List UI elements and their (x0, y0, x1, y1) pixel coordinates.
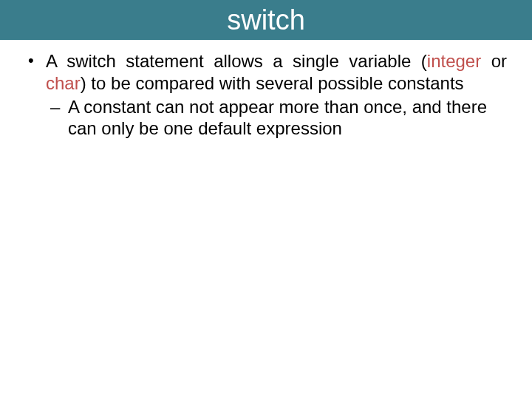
bullet-highlight-char: char (46, 73, 81, 93)
bullet-highlight-integer: integer (427, 51, 481, 71)
bullet-text-pre: A switch statement allows a single varia… (46, 51, 427, 71)
bullet-list: A switch statement allows a single varia… (25, 50, 507, 140)
bullet-text-post: ) to be compared with several possible c… (81, 73, 464, 93)
slide: switch A switch statement allows a singl… (0, 0, 532, 399)
bullet-text-mid: or (481, 51, 507, 71)
sub-bullet-item: A constant can not appear more than once… (46, 96, 507, 140)
title-bar: switch (0, 0, 532, 40)
sub-bullet-list: A constant can not appear more than once… (46, 96, 507, 140)
content-area: A switch statement allows a single varia… (0, 40, 532, 140)
bullet-item: A switch statement allows a single varia… (25, 50, 507, 140)
slide-title: switch (227, 4, 305, 36)
